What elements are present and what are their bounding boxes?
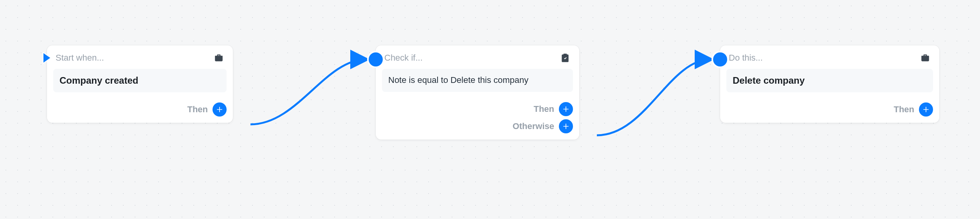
trigger-card[interactable]: Start when... Company created Then [47,45,233,123]
card-actions: Then Otherwise [376,97,579,140]
card-content: Company created [53,69,227,92]
workflow-canvas[interactable]: Start when... Company created Then Check… [0,0,980,219]
card-actions: Then [47,98,233,123]
action-card[interactable]: Do this... Delete company Then [720,45,939,123]
action-label: Otherwise [513,121,554,131]
play-start-icon [41,52,52,64]
card-content: Note is equal to Delete this company [382,69,573,92]
card-content-text: Note is equal to Delete this company [388,74,567,86]
action-row-then: Then [53,99,227,117]
add-step-button[interactable] [919,102,933,117]
connector-2-3 [597,59,710,135]
condition-card[interactable]: Check if... Note is equal to Delete this… [376,45,579,140]
card-header: Check if... [376,45,579,66]
card-header-label: Start when... [56,53,104,63]
card-header: Do this... [720,45,939,66]
action-row-otherwise: Otherwise [382,116,573,133]
card-actions: Then [720,98,939,123]
card-content-text: Company created [59,74,220,87]
card-content-text: Delete company [733,74,927,87]
action-row-then: Then [382,99,573,116]
connector-1-2 [250,59,366,124]
briefcase-icon [920,52,931,63]
card-header-label: Do this... [729,53,763,63]
action-label: Then [187,104,208,115]
card-content: Delete company [726,69,933,92]
action-row-then: Then [726,99,933,117]
node-entry-dot [369,52,383,66]
add-step-button[interactable] [559,119,573,133]
add-step-button[interactable] [213,102,227,117]
briefcase-icon [213,52,224,63]
action-label: Then [894,104,914,115]
card-header-label: Check if... [384,53,423,63]
node-entry-dot [713,52,727,66]
card-header: Start when... [47,45,233,66]
add-step-button[interactable] [559,102,573,116]
action-label: Then [533,104,554,114]
clipboard-check-icon [560,52,571,63]
